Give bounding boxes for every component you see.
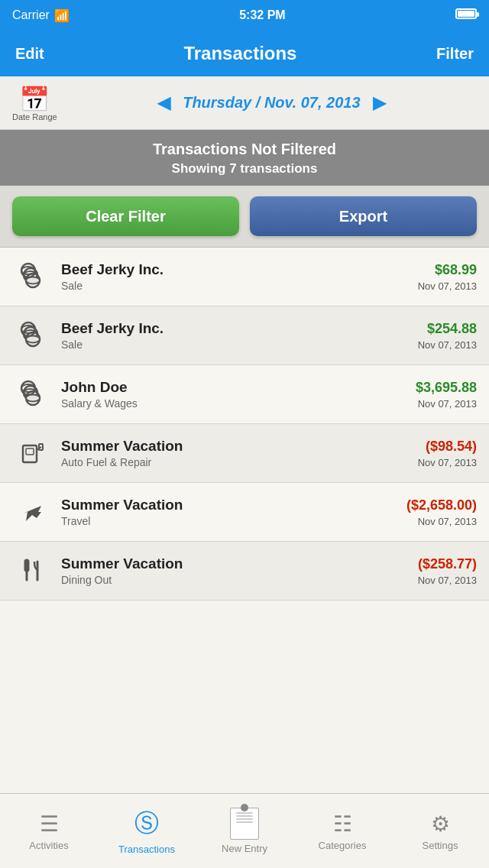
- next-date-button[interactable]: ▶: [373, 93, 386, 113]
- transaction-row[interactable]: Summer Vacation Auto Fuel & Repair ($98.…: [0, 424, 489, 483]
- date-navigation: ◀ Thursday / Nov. 07, 2013 ▶: [66, 93, 477, 113]
- tab-transactions[interactable]: Ⓢ Transactions: [98, 794, 196, 868]
- tx-details: Beef Jerky Inc. Sale: [52, 320, 418, 351]
- tx-amount: $3,695.88: [416, 380, 477, 396]
- new-entry-icon: [230, 808, 259, 840]
- tx-details: Summer Vacation Dining Out: [52, 555, 418, 586]
- calendar-icon: 📅: [19, 85, 50, 114]
- tx-date: Nov 07, 2013: [418, 575, 477, 586]
- nav-bar: Edit Transactions Filter: [0, 31, 489, 76]
- tx-right: ($98.54) Nov 07, 2013: [418, 439, 477, 468]
- tx-amount: ($2,658.00): [406, 497, 477, 513]
- filter-banner: Transactions Not Filtered Showing 7 tran…: [0, 130, 489, 186]
- tx-right: ($2,658.00) Nov 07, 2013: [406, 497, 477, 527]
- prev-date-button[interactable]: ◀: [157, 93, 170, 113]
- date-range-label: Date Range: [12, 112, 57, 121]
- transaction-row[interactable]: Beef Jerky Inc. Sale $68.99 Nov 07, 2013: [0, 248, 489, 306]
- tx-date: Nov 07, 2013: [418, 280, 477, 292]
- filter-subtitle: Showing 7 transactions: [15, 161, 474, 177]
- status-time: 5:32 PM: [239, 8, 285, 22]
- current-date: Thursday / Nov. 07, 2013: [183, 94, 360, 112]
- tab-activities-label: Activities: [29, 840, 68, 851]
- svg-point-5: [26, 277, 40, 284]
- date-range-bar: 📅 Date Range ◀ Thursday / Nov. 07, 2013 …: [0, 76, 489, 130]
- tx-amount: $254.88: [418, 321, 477, 337]
- clear-filter-button[interactable]: Clear Filter: [12, 196, 239, 236]
- tx-right: $68.99 Nov 07, 2013: [418, 262, 477, 292]
- tab-new-entry[interactable]: New Entry: [196, 794, 293, 868]
- tx-category: Travel: [61, 515, 397, 527]
- tx-amount: ($98.54): [418, 439, 477, 455]
- transaction-list: Beef Jerky Inc. Sale $68.99 Nov 07, 2013…: [0, 248, 489, 793]
- tx-date: Nov 07, 2013: [416, 398, 477, 410]
- svg-rect-19: [26, 449, 34, 455]
- settings-icon: ⚙: [431, 811, 450, 837]
- tx-category-icon: [12, 257, 52, 296]
- tx-category-icon: [12, 374, 52, 414]
- tx-name: Beef Jerky Inc.: [61, 261, 409, 278]
- tx-details: Beef Jerky Inc. Sale: [52, 261, 418, 292]
- tx-right: $254.88 Nov 07, 2013: [418, 321, 477, 351]
- tab-transactions-label: Transactions: [118, 844, 175, 855]
- tx-category: Salary & Wages: [61, 397, 406, 410]
- tx-category-icon: [12, 433, 52, 473]
- tx-right: ($258.77) Nov 07, 2013: [418, 556, 477, 586]
- carrier-label: Carrier: [12, 8, 50, 22]
- svg-point-17: [26, 395, 40, 402]
- categories-icon: ☷: [333, 811, 352, 837]
- wifi-icon: 📶: [54, 8, 70, 23]
- tab-new-entry-label: New Entry: [222, 843, 267, 854]
- filter-buttons-area: Clear Filter Export: [0, 186, 489, 248]
- tx-amount: $68.99: [418, 262, 477, 278]
- tx-name: John Doe: [61, 379, 406, 396]
- tx-name: Summer Vacation: [61, 497, 397, 513]
- calendar-area: 📅 Date Range: [12, 85, 57, 121]
- tab-bar: ☰ Activities Ⓢ Transactions New Entry ☷ …: [0, 793, 489, 868]
- tx-right: $3,695.88 Nov 07, 2013: [416, 380, 477, 410]
- tx-category-icon: [12, 316, 52, 355]
- tx-category: Dining Out: [61, 574, 409, 586]
- transaction-row[interactable]: Beef Jerky Inc. Sale $254.88 Nov 07, 201…: [0, 306, 489, 365]
- activities-icon: ☰: [40, 811, 59, 837]
- filter-button[interactable]: Filter: [436, 45, 474, 63]
- transactions-icon: Ⓢ: [134, 807, 159, 840]
- filter-title: Transactions Not Filtered: [15, 141, 474, 158]
- tx-date: Nov 07, 2013: [418, 339, 477, 351]
- carrier-wifi: Carrier 📶: [12, 8, 70, 23]
- tx-name: Summer Vacation: [61, 555, 409, 572]
- battery-icon: [455, 8, 477, 19]
- tab-settings-label: Settings: [423, 840, 458, 851]
- tx-amount: ($258.77): [418, 556, 477, 572]
- svg-point-11: [26, 336, 40, 343]
- tx-details: Summer Vacation Auto Fuel & Repair: [52, 438, 418, 468]
- tx-name: Beef Jerky Inc.: [61, 320, 409, 337]
- tx-category: Sale: [61, 280, 409, 292]
- edit-button[interactable]: Edit: [15, 45, 44, 63]
- tx-category-icon: [12, 551, 52, 591]
- tab-categories[interactable]: ☷ Categories: [293, 794, 391, 868]
- tx-date: Nov 07, 2013: [418, 457, 477, 468]
- tab-activities[interactable]: ☰ Activities: [0, 794, 98, 868]
- battery-area: [455, 8, 477, 22]
- tx-name: Summer Vacation: [61, 438, 409, 455]
- transaction-row[interactable]: Summer Vacation Travel ($2,658.00) Nov 0…: [0, 483, 489, 542]
- tx-category: Sale: [61, 338, 409, 351]
- tab-settings[interactable]: ⚙ Settings: [391, 794, 489, 868]
- transaction-row[interactable]: John Doe Salary & Wages $3,695.88 Nov 07…: [0, 365, 489, 424]
- tx-category-icon: [12, 492, 52, 532]
- tab-categories-label: Categories: [319, 840, 367, 851]
- nav-title: Transactions: [183, 43, 296, 64]
- transaction-row[interactable]: Summer Vacation Dining Out ($258.77) Nov…: [0, 542, 489, 601]
- tx-date: Nov 07, 2013: [406, 516, 477, 527]
- status-bar: Carrier 📶 5:32 PM: [0, 0, 489, 31]
- tx-details: John Doe Salary & Wages: [52, 379, 416, 410]
- tx-details: Summer Vacation Travel: [52, 497, 406, 527]
- export-button[interactable]: Export: [250, 196, 477, 236]
- tx-category: Auto Fuel & Repair: [61, 456, 409, 468]
